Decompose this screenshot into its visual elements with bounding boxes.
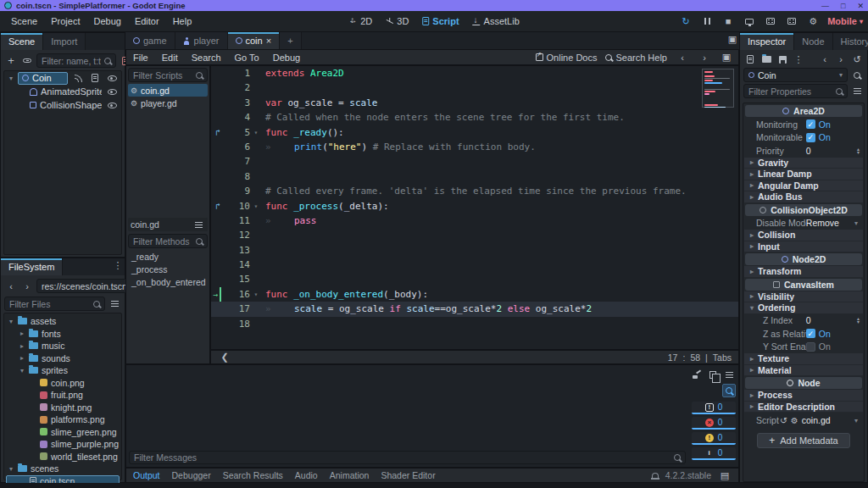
maximize-button[interactable]: □ <box>841 2 845 10</box>
online-docs-button[interactable]: Online Docs <box>536 53 598 63</box>
fs-item-assets[interactable]: ▾assets <box>6 315 120 328</box>
chevron-icon[interactable]: ▾ <box>8 465 14 473</box>
run-settings-icon[interactable]: ⚙ <box>806 14 820 28</box>
movie-maker-icon[interactable] <box>764 14 777 28</box>
code-line-9[interactable]: 9# Called every frame. 'delta' is the el… <box>211 184 738 198</box>
scene-tab-coin[interactable]: coin× <box>228 32 281 49</box>
add-metadata-button[interactable]: +Add Metadata <box>757 433 850 448</box>
menu-debug[interactable]: Debug <box>87 14 126 28</box>
tab-inspector[interactable]: Inspector <box>740 33 794 50</box>
tab-history[interactable]: History <box>833 33 868 50</box>
eye-icon[interactable] <box>105 71 119 85</box>
group-material[interactable]: ▸Material <box>744 365 863 377</box>
group-process[interactable]: ▸Process <box>744 390 863 402</box>
code-line-14[interactable]: 14 <box>211 258 738 272</box>
filesystem-menu-icon[interactable]: ⋮ <box>111 258 125 272</box>
play-icon[interactable]: ↻ <box>679 14 693 28</box>
fs-sort-icon[interactable] <box>108 297 121 311</box>
edited-node-dropdown[interactable]: Coin ▾ <box>743 68 848 82</box>
code-line-7[interactable]: 7 <box>211 154 738 169</box>
code-line-16[interactable]: →16▾func _on_body_entered(_body): <box>211 287 738 302</box>
expand-bottom-panel-icon[interactable]: ▤ <box>718 469 732 482</box>
code-line-8[interactable]: 8 <box>211 169 738 184</box>
scene-node-animatedsprite2d[interactable]: AnimatedSprite2D <box>4 85 121 98</box>
fold-arrow-icon[interactable]: ▾ <box>250 287 262 302</box>
bottom-tab-animation[interactable]: Animation <box>330 470 370 480</box>
menu-help[interactable]: Help <box>167 14 198 28</box>
script-item-coin-gd[interactable]: ⚙coin.gd <box>128 84 208 97</box>
menu-scene[interactable]: Scene <box>5 14 43 28</box>
group-texture[interactable]: ▸Texture <box>744 353 863 365</box>
workspace-script[interactable]: Script <box>418 14 463 28</box>
open-docs-icon[interactable] <box>850 69 864 82</box>
fs-item-knight-png[interactable]: knight.png <box>6 402 120 414</box>
history-forward-icon[interactable]: › <box>698 51 711 64</box>
bottom-tab-shader-editor[interactable]: Shader Editor <box>381 470 435 480</box>
float-panel-icon[interactable]: ▣ <box>720 51 733 64</box>
checkbox-checked[interactable]: ✓ <box>806 329 815 338</box>
inspector-back-icon[interactable]: ‹ <box>818 53 832 66</box>
minimize-button[interactable]: — <box>821 2 829 10</box>
code-line-2[interactable]: 2 <box>211 80 738 95</box>
nav-forward-icon[interactable]: › <box>20 280 34 293</box>
code-line-4[interactable]: 4# Called when the node enters the scene… <box>211 110 738 125</box>
dropdown-field[interactable]: Remove▾ <box>806 218 863 228</box>
fs-item-world_tileset-png[interactable]: world_tileset.png <box>6 451 120 463</box>
editor-menu-search[interactable]: Search <box>185 53 228 63</box>
scene-tab-player[interactable]: player <box>175 32 228 49</box>
code-line-13[interactable]: 13 <box>211 243 738 258</box>
run-target-dropdown[interactable]: Mobile ▾ <box>827 16 863 26</box>
code-editor[interactable]: 1extends Area2D23var og_scale = scale4# … <box>210 65 739 350</box>
fs-item-slime_purple-png[interactable]: slime_purple.png <box>6 438 120 451</box>
copy-output-icon[interactable] <box>706 368 720 381</box>
fs-item-sprites[interactable]: ▾sprites <box>6 364 120 377</box>
code-line-1[interactable]: 1extends Area2D <box>211 66 738 80</box>
eye-icon[interactable] <box>105 85 119 98</box>
scene-tab-game[interactable]: game <box>125 32 175 49</box>
editor-menu-go-to[interactable]: Go To <box>228 53 266 63</box>
message-filter-error[interactable]: ×0 <box>692 417 736 430</box>
fs-item-slime_green-png[interactable]: slime_green.png <box>6 426 120 439</box>
method-item-_process[interactable]: _process <box>128 263 208 275</box>
script-item-player-gd[interactable]: ⚙player.gd <box>128 97 208 109</box>
chevron-icon[interactable]: ▾ <box>8 318 14 325</box>
fold-arrow-icon[interactable]: ▾ <box>250 199 262 214</box>
fs-item-sounds[interactable]: ▸sounds <box>6 352 120 365</box>
revert-icon[interactable]: ↺ <box>780 415 787 425</box>
tab-filesystem[interactable]: FileSystem <box>1 258 63 275</box>
filter-messages-input[interactable]: Filter Messages <box>129 451 686 464</box>
menu-project[interactable]: Project <box>45 14 86 28</box>
fs-path-field[interactable]: res://scenes/coin.tscn <box>36 279 132 293</box>
method-item-_on_body_entered[interactable]: _on_body_entered <box>128 275 208 288</box>
number-field[interactable]: 0▴▾ <box>806 315 863 325</box>
clear-output-icon[interactable] <box>690 368 704 381</box>
editor-menu-debug[interactable]: Debug <box>266 53 307 63</box>
group-gravity[interactable]: ▸Gravity <box>744 158 863 169</box>
method-sort-icon[interactable] <box>192 218 205 231</box>
tab-node[interactable]: Node <box>794 33 832 50</box>
code-line-18[interactable]: 18 <box>211 317 738 331</box>
group-visibility[interactable]: ▸Visibility <box>744 291 863 303</box>
new-scene-tab-button[interactable]: + <box>280 32 301 49</box>
checkbox-unchecked[interactable] <box>806 342 815 352</box>
stop-icon[interactable]: ■ <box>721 14 735 28</box>
close-tab-icon[interactable]: × <box>266 36 271 46</box>
message-filter-all[interactable]: !0 <box>692 402 736 414</box>
fs-item-fonts[interactable]: ▸fonts <box>6 328 120 341</box>
code-line-15[interactable]: 15 <box>211 272 738 286</box>
chevron-icon[interactable]: ▸ <box>19 330 25 337</box>
code-line-17[interactable]: 17»scale = og_scale if scale==og_scale*2… <box>211 302 738 316</box>
nav-back-icon[interactable]: ‹ <box>4 280 18 293</box>
tab-scene[interactable]: Scene <box>1 33 43 50</box>
fs-filter-input[interactable]: Filter Files <box>4 297 105 311</box>
instance-scene-button[interactable] <box>20 54 34 68</box>
group-audio-bus[interactable]: ▸Audio Bus <box>744 191 863 203</box>
script-field[interactable]: ↺⚙coin.gd▾ <box>780 415 863 425</box>
group-input[interactable]: ▸Input <box>744 241 863 253</box>
notifications-bell-icon[interactable] <box>652 473 659 479</box>
filter-scripts-input[interactable]: Filter Scripts <box>128 68 208 82</box>
message-filter-warning[interactable]: !0 <box>692 432 736 445</box>
movie-writer-icon[interactable] <box>785 14 798 28</box>
script-icon[interactable] <box>88 71 102 85</box>
group-ordering[interactable]: ▾Ordering <box>744 302 863 314</box>
